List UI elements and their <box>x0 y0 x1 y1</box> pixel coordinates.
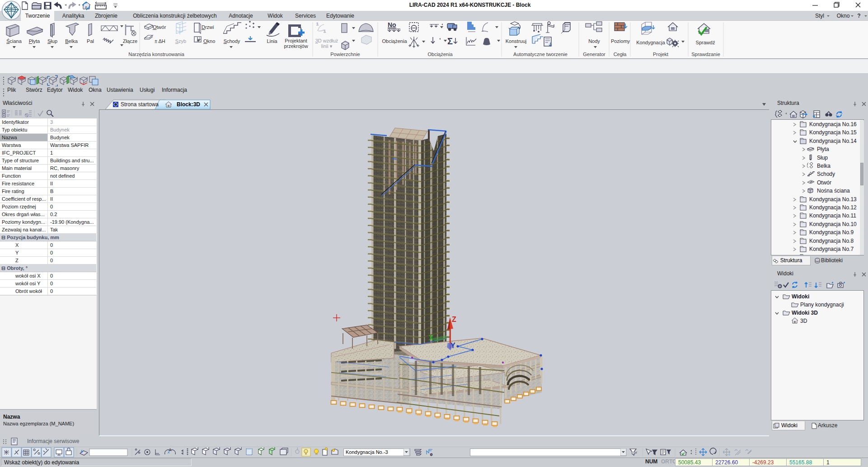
svg-text:X: X <box>429 334 434 342</box>
svg-text:Z: Z <box>452 316 456 323</box>
svg-text:Y: Y <box>450 342 455 349</box>
svg-text:o: o <box>430 452 432 457</box>
